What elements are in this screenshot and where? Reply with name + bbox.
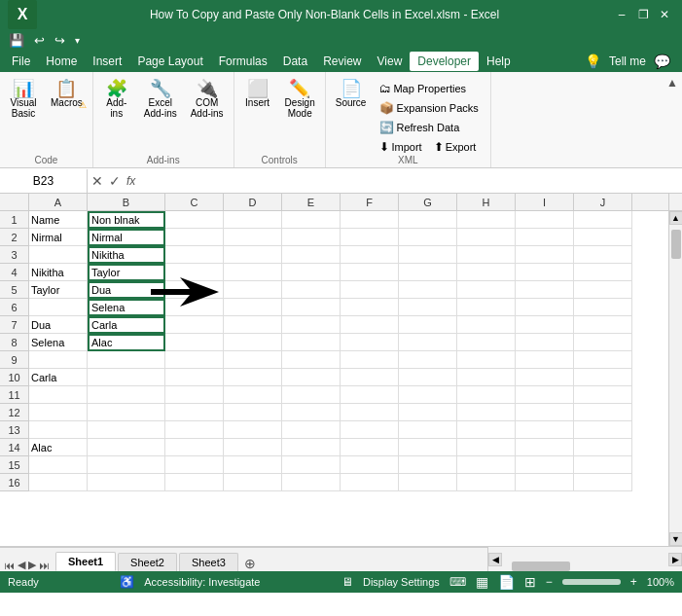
- refresh-data-button[interactable]: 🔄 Refresh Data: [376, 119, 482, 136]
- customize-quick-access-icon[interactable]: ▾: [72, 34, 83, 47]
- cell-B1[interactable]: Non blnak: [88, 211, 165, 229]
- col-header-E[interactable]: E: [282, 194, 341, 211]
- cell-A12[interactable]: [29, 404, 88, 421]
- cell-I12[interactable]: [516, 404, 574, 421]
- col-header-I[interactable]: I: [516, 194, 574, 211]
- cell-G11[interactable]: [399, 386, 457, 404]
- design-mode-button[interactable]: ✏️ DesignMode: [279, 76, 321, 123]
- formula-bar-fx-icon[interactable]: fx: [126, 174, 135, 188]
- cell-D6[interactable]: [224, 299, 282, 316]
- col-header-A[interactable]: A: [29, 194, 88, 211]
- cell-A7[interactable]: Dua: [29, 316, 88, 334]
- cell-reference-input[interactable]: [0, 169, 88, 193]
- cell-I2[interactable]: [516, 229, 574, 246]
- cell-I16[interactable]: [516, 474, 574, 491]
- cell-H12[interactable]: [457, 404, 516, 421]
- scroll-down-button[interactable]: ▼: [669, 532, 683, 546]
- col-header-G[interactable]: G: [399, 194, 457, 211]
- display-settings[interactable]: Display Settings: [363, 576, 440, 588]
- redo-icon[interactable]: ↪: [52, 32, 68, 49]
- row-num-6[interactable]: 6: [0, 299, 29, 316]
- cell-F12[interactable]: [341, 404, 399, 421]
- cell-F16[interactable]: [341, 474, 399, 491]
- cell-D16[interactable]: [224, 474, 282, 491]
- cell-G2[interactable]: [399, 229, 457, 246]
- cell-B2[interactable]: Nirmal: [88, 229, 165, 246]
- cell-C9[interactable]: [165, 351, 224, 369]
- cell-I9[interactable]: [516, 351, 574, 369]
- cell-G15[interactable]: [399, 456, 457, 474]
- row-num-8[interactable]: 8: [0, 334, 29, 351]
- cell-G9[interactable]: [399, 351, 457, 369]
- cell-B7[interactable]: Carla: [88, 316, 165, 334]
- menu-page-layout[interactable]: Page Layout: [129, 52, 210, 71]
- cell-J13[interactable]: [574, 421, 632, 439]
- cell-C2[interactable]: [165, 229, 224, 246]
- menu-help[interactable]: Help: [479, 52, 519, 71]
- close-button[interactable]: ✕: [655, 5, 674, 24]
- cell-I7[interactable]: [516, 316, 574, 334]
- cell-I11[interactable]: [516, 386, 574, 404]
- cell-J8[interactable]: [574, 334, 632, 351]
- h-scroll-thumb[interactable]: [512, 562, 570, 571]
- cell-I1[interactable]: [516, 211, 574, 229]
- cell-E13[interactable]: [282, 421, 341, 439]
- cell-B10[interactable]: [88, 369, 165, 386]
- cell-A5[interactable]: Taylor: [29, 281, 88, 299]
- menu-formulas[interactable]: Formulas: [211, 52, 275, 71]
- cell-H15[interactable]: [457, 456, 516, 474]
- cell-B3[interactable]: Nikitha: [88, 246, 165, 264]
- add-sheet-button[interactable]: ⊕: [244, 556, 256, 571]
- sheet-nav-next-icon[interactable]: ▶: [28, 559, 36, 571]
- cell-J1[interactable]: [574, 211, 632, 229]
- sheet-tab-sheet2[interactable]: Sheet2: [118, 553, 177, 571]
- cell-H10[interactable]: [457, 369, 516, 386]
- cell-E11[interactable]: [282, 386, 341, 404]
- cell-H13[interactable]: [457, 421, 516, 439]
- macros-button[interactable]: 📋 Macros ⚠: [45, 76, 89, 112]
- cell-F1[interactable]: [341, 211, 399, 229]
- cell-A8[interactable]: Selena: [29, 334, 88, 351]
- cell-C8[interactable]: [165, 334, 224, 351]
- cell-C1[interactable]: [165, 211, 224, 229]
- cell-B6[interactable]: Selena: [88, 299, 165, 316]
- horizontal-scrollbar[interactable]: ◀ ▶: [487, 547, 682, 571]
- cell-F4[interactable]: [341, 264, 399, 281]
- cell-C16[interactable]: [165, 474, 224, 491]
- menu-file[interactable]: File: [4, 52, 38, 71]
- cell-H2[interactable]: [457, 229, 516, 246]
- cell-A10[interactable]: Carla: [29, 369, 88, 386]
- cell-A2[interactable]: Nirmal: [29, 229, 88, 246]
- import-button[interactable]: ⬇ Import: [376, 138, 425, 156]
- cell-A13[interactable]: [29, 421, 88, 439]
- add-ins-button[interactable]: 🧩 Add-ins: [97, 76, 136, 123]
- scroll-left-button[interactable]: ◀: [488, 553, 502, 566]
- row-num-11[interactable]: 11: [0, 386, 29, 404]
- scroll-right-button[interactable]: ▶: [668, 553, 682, 566]
- cell-E10[interactable]: [282, 369, 341, 386]
- cell-H6[interactable]: [457, 299, 516, 316]
- insert-button[interactable]: ⬜ Insert: [238, 76, 277, 112]
- cell-B11[interactable]: [88, 386, 165, 404]
- cell-J7[interactable]: [574, 316, 632, 334]
- cell-A15[interactable]: [29, 456, 88, 474]
- undo-icon[interactable]: ↩: [31, 32, 48, 49]
- col-header-F[interactable]: F: [341, 194, 399, 211]
- cell-F5[interactable]: [341, 281, 399, 299]
- cell-C14[interactable]: [165, 439, 224, 456]
- cell-I4[interactable]: [516, 264, 574, 281]
- cell-H9[interactable]: [457, 351, 516, 369]
- cell-G16[interactable]: [399, 474, 457, 491]
- cell-E5[interactable]: [282, 281, 341, 299]
- cell-H1[interactable]: [457, 211, 516, 229]
- scroll-up-button[interactable]: ▲: [669, 211, 683, 225]
- cell-B12[interactable]: [88, 404, 165, 421]
- cell-C11[interactable]: [165, 386, 224, 404]
- layout-view-icon[interactable]: ▦: [476, 574, 488, 590]
- cell-G6[interactable]: [399, 299, 457, 316]
- cell-J14[interactable]: [574, 439, 632, 456]
- cell-G10[interactable]: [399, 369, 457, 386]
- cell-B15[interactable]: [88, 456, 165, 474]
- cell-D15[interactable]: [224, 456, 282, 474]
- save-icon[interactable]: 💾: [6, 32, 27, 49]
